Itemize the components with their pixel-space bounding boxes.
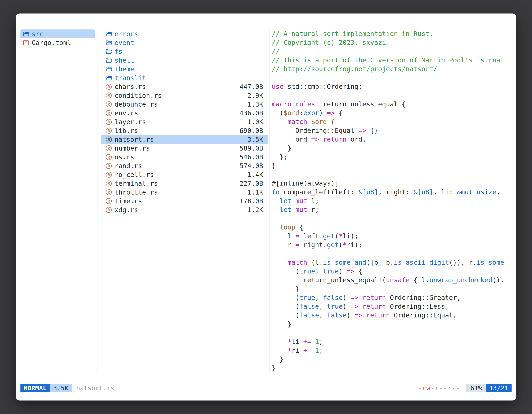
file-row-time.rs[interactable]: Rtime.rs178.0B [101,197,268,205]
code-line: let mut l; [272,197,511,205]
code-line: } [272,144,511,153]
entry-name: natsort.rs [114,136,154,143]
code-line: } [272,161,511,170]
code-line: *li += 1; [272,337,511,346]
dir-row-src[interactable]: src [20,29,95,38]
code-line: fn compare_left(left: &[u8], right: &[u8… [272,188,511,197]
file-row-condition.rs[interactable]: Rcondition.rs2.9K [101,91,268,100]
code-line: *ri += 1; [272,346,511,355]
entry-name: ro_cell.rs [114,171,154,179]
code-line: #[inline(always)] [272,179,511,188]
entry-name: errors [114,30,138,38]
file-row-chars.rs[interactable]: Rchars.rs447.0B [101,82,268,91]
dir-row-fs[interactable]: fs [101,47,268,56]
file-row-rand.rs[interactable]: Rrand.rs574.0B [101,161,268,170]
svg-text:R: R [108,137,110,142]
svg-text:R: R [108,181,110,186]
yazi-file-manager-window: srcTCargo.toml errorseventfsshellthemetr… [16,13,516,401]
dir-row-translit[interactable]: translit [101,73,268,82]
rust-file-icon: R [105,171,112,178]
toml-file-icon: T [22,39,29,46]
code-line [272,328,511,337]
rust-file-icon: R [105,118,112,125]
entry-name: chars.rs [114,83,146,91]
code-line: // Copyright (c) 2023, sxyazi. [272,38,511,47]
code-line: }; [272,153,511,161]
dir-row-shell[interactable]: shell [101,56,268,65]
folder-icon [105,39,112,46]
file-row-layer.rs[interactable]: Rlayer.rs1.0K [101,117,268,126]
entry-name: event [114,39,134,47]
file-row-debounce.rs[interactable]: Rdebounce.rs1.3K [101,100,268,109]
file-row-ro_cell.rs[interactable]: Rro_cell.rs1.4K [101,170,268,179]
code-line [272,249,511,258]
code-line: return_unless_equal!(unsafe { l.unwrap_u… [272,276,511,285]
code-line [272,170,511,179]
svg-text:R: R [108,128,110,133]
rust-file-icon: R [105,101,112,108]
file-size-badge: 3.5K [50,384,72,392]
rust-file-icon: R [105,136,112,143]
code-line: // This is a port of the C version of Ma… [272,56,511,65]
code-line: ord => return ord, [272,135,511,144]
file-preview-pane[interactable]: // A natural sort implementation in Rust… [272,29,511,374]
pane-divider [269,29,270,374]
entry-size: 574.0B [239,162,263,170]
svg-text:R: R [108,119,110,124]
dir-row-event[interactable]: event [101,38,268,47]
entry-name: os.rs [114,153,134,161]
permissions-indicator: -rw-r--r-- [418,384,460,392]
folder-icon [105,30,112,38]
dir-row-theme[interactable]: theme [101,65,268,73]
entry-name: debounce.rs [114,100,158,108]
code-line: (true, false) => return Ordering::Greate… [272,293,511,302]
entry-name: terminal.rs [114,180,158,187]
folder-icon [105,66,112,73]
code-line: } [272,320,511,328]
code-line: use std::cmp::Ordering; [272,82,511,91]
file-row-os.rs[interactable]: Ros.rs546.0B [101,153,268,161]
entry-name: condition.rs [114,92,162,99]
code-line: } [272,285,511,293]
svg-text:R: R [108,199,110,203]
code-line: (false, true) => return Ordering::Less, [272,302,511,311]
entry-name: rand.rs [114,162,142,170]
code-line: // http://sourcefrog.net/projects/natsor… [272,65,511,73]
code-line: match $ord { [272,117,511,126]
svg-text:R: R [108,190,110,194]
rust-file-icon: R [105,163,112,169]
rust-file-icon: R [105,198,112,204]
entry-name: number.rs [114,144,150,152]
code-line: Ordering::Equal => {} [272,126,511,135]
entry-name: theme [114,65,134,73]
entry-name: layer.rs [114,118,146,126]
file-row-lib.rs[interactable]: Rlib.rs690.0B [101,126,268,135]
file-row-env.rs[interactable]: Renv.rs436.0B [101,109,268,117]
file-row-terminal.rs[interactable]: Rterminal.rs227.0B [101,179,268,188]
scroll-percent-badge: 61% [466,384,486,392]
file-row-Cargo.toml[interactable]: TCargo.toml [20,38,95,47]
code-line: ($ord:expr) => { [272,109,511,117]
dir-row-errors[interactable]: errors [101,29,268,38]
rust-file-icon: R [105,180,112,187]
entry-size: 1.3K [247,100,263,108]
cursor-position-badge: 13/21 [486,384,512,392]
rust-file-icon: R [105,154,112,161]
svg-text:R: R [108,146,110,151]
entry-size: 2.9K [247,92,263,99]
file-row-throttle.rs[interactable]: Rthrottle.rs1.1K [101,188,268,197]
file-row-number.rs[interactable]: Rnumber.rs589.0B [101,144,268,153]
entry-size: 178.0B [239,197,263,205]
file-row-xdg.rs[interactable]: Rxdg.rs1.2K [101,205,268,214]
entry-size: 1.0K [247,118,263,126]
pane-divider [97,29,98,374]
entry-size: 1.4K [247,171,263,179]
file-row-natsort.rs[interactable]: Rnatsort.rs3.5K [101,135,268,144]
rust-file-icon: R [105,127,112,134]
rust-file-icon: R [105,110,112,116]
entry-name: throttle.rs [114,188,158,196]
svg-text:R: R [108,207,110,212]
code-line: } [272,364,511,373]
rust-file-icon: R [105,83,112,90]
svg-text:R: R [108,155,110,159]
